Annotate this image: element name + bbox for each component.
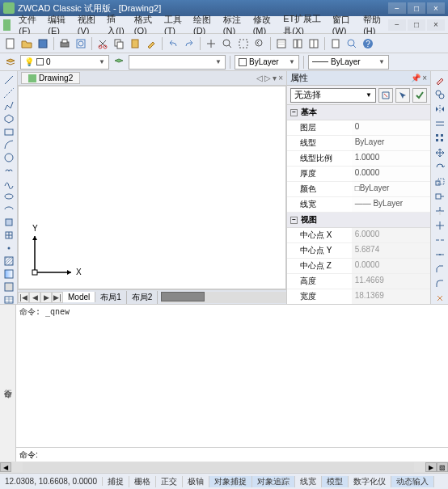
property-row[interactable]: 中心点 X6.0000 [287, 228, 430, 243]
erase-tool[interactable] [433, 74, 446, 86]
status-model[interactable]: 模型 [322, 476, 349, 487]
polygon-tool[interactable] [2, 113, 15, 124]
ellipse-tool[interactable] [2, 191, 15, 202]
doc-close-button[interactable]: × [427, 19, 445, 31]
coordinates-display[interactable]: 12.0308, 10.6608, 0.0000 [0, 477, 103, 486]
matchprop-button[interactable] [144, 36, 158, 51]
polyline-tool[interactable] [2, 100, 15, 112]
scale-tool[interactable] [433, 176, 446, 188]
property-row[interactable]: 中心点 Z0.0000 [287, 259, 430, 274]
select-objects-button[interactable] [395, 88, 410, 103]
help-button[interactable]: ? [361, 36, 375, 51]
break-tool[interactable] [433, 234, 446, 246]
selection-combo[interactable]: 无选择 ▼ [290, 88, 376, 103]
preview-button[interactable] [74, 36, 88, 51]
toggle-pickadd-button[interactable] [412, 88, 427, 103]
pin-icon[interactable]: 📌 [411, 74, 421, 82]
circle-tool[interactable] [2, 152, 15, 163]
cut-button[interactable] [95, 36, 110, 51]
pan-button[interactable] [204, 36, 218, 51]
layer-combo[interactable]: 💡 0 ▼ [20, 55, 109, 70]
undo-button[interactable] [166, 36, 180, 51]
trim-tool[interactable] [433, 205, 446, 217]
property-value[interactable]: 0 [352, 120, 430, 135]
doc-minimize-button[interactable]: − [388, 19, 406, 31]
tab-nav-prev[interactable]: ◀ [29, 292, 40, 303]
copy-button[interactable] [112, 36, 126, 51]
command-scrollbar[interactable]: ◀ ▶ ▨ [0, 462, 448, 473]
scroll-left-button[interactable]: ◀ [0, 462, 11, 472]
status-grid[interactable]: 栅格 [129, 476, 156, 487]
close-button[interactable]: × [427, 2, 445, 14]
property-row[interactable]: 宽度18.1369 [287, 289, 430, 304]
property-row[interactable]: 颜色□ByLayer [287, 182, 430, 197]
point-tool[interactable] [2, 242, 15, 254]
linetype-combo[interactable]: ByLayer ▼ [308, 55, 389, 70]
tab-layout2[interactable]: 布局2 [127, 291, 158, 304]
insert-block-tool[interactable] [2, 217, 15, 228]
status-otrack[interactable]: 对象追踪 [252, 476, 295, 487]
status-ortho[interactable]: 正交 [156, 476, 183, 487]
stretch-tool[interactable] [433, 191, 446, 202]
fillet-tool[interactable] [433, 278, 446, 289]
zoom-button[interactable] [220, 36, 235, 51]
maximize-button[interactable]: □ [408, 2, 425, 14]
construction-line-tool[interactable] [2, 87, 15, 99]
property-value[interactable]: □ByLayer [352, 182, 430, 196]
tab-next-icon[interactable]: ▷ [264, 74, 271, 82]
property-row[interactable]: 线宽—— ByLayer [287, 197, 430, 213]
region-tool[interactable] [2, 281, 15, 293]
tab-layout1[interactable]: 布局1 [95, 291, 127, 304]
offset-tool[interactable] [433, 118, 446, 129]
tab-model[interactable]: Model [63, 292, 95, 302]
document-tab[interactable]: Drawing2 [21, 72, 80, 84]
join-tool[interactable] [433, 249, 446, 260]
status-tablet[interactable]: 数字化仪 [349, 476, 391, 487]
zoom-window-button[interactable] [236, 36, 251, 51]
open-button[interactable] [19, 36, 34, 51]
ellipse-arc-tool[interactable] [2, 204, 15, 215]
property-group-header[interactable]: −基本 [287, 105, 430, 120]
paste-button[interactable] [128, 36, 142, 51]
status-lweight[interactable]: 线宽 [295, 476, 322, 487]
save-button[interactable] [36, 36, 50, 51]
property-row[interactable]: 线型比例1.0000 [287, 151, 430, 167]
property-value[interactable]: 1.0000 [352, 151, 430, 166]
minimize-button[interactable]: − [388, 2, 406, 14]
new-button[interactable] [3, 36, 18, 51]
line-tool[interactable] [2, 74, 15, 86]
calc-button[interactable] [328, 36, 343, 51]
status-dyn[interactable]: 动态输入 [391, 476, 434, 487]
status-polar[interactable]: 极轴 [183, 476, 209, 487]
property-value[interactable]: ByLayer [352, 136, 430, 150]
status-snap[interactable]: 捕捉 [103, 476, 129, 487]
property-group-header[interactable]: −视图 [287, 213, 430, 228]
properties-button[interactable] [274, 36, 289, 51]
command-input[interactable]: 命令: [16, 447, 448, 462]
status-osnap[interactable]: 对象捕捉 [209, 476, 252, 487]
design-center-button[interactable] [290, 36, 305, 51]
color-combo[interactable]: ByLayer ▼ [235, 55, 299, 70]
tab-nav-next[interactable]: ▶ [40, 292, 52, 303]
spline-tool[interactable] [2, 178, 15, 189]
property-row[interactable]: 厚度0.0000 [287, 167, 430, 182]
mirror-tool[interactable] [433, 103, 446, 115]
property-row[interactable]: 图层0 [287, 120, 430, 136]
drawing-canvas[interactable]: X Y [18, 86, 286, 289]
panel-close-icon[interactable]: × [422, 74, 427, 82]
property-row[interactable]: 中心点 Y5.6874 [287, 243, 430, 259]
rectangle-tool[interactable] [2, 126, 15, 137]
layer-manager-button[interactable] [3, 55, 18, 70]
tab-nav-last[interactable]: ▶| [52, 292, 63, 303]
revision-cloud-tool[interactable] [2, 165, 15, 176]
array-tool[interactable] [433, 133, 446, 144]
quick-select-button[interactable] [378, 88, 393, 103]
property-row[interactable]: 高度11.4669 [287, 274, 430, 289]
tab-nav-first[interactable]: |◀ [18, 292, 29, 303]
hatch-tool[interactable] [2, 255, 15, 267]
property-value[interactable]: —— ByLayer [352, 197, 430, 212]
horizontal-scrollbar[interactable] [161, 292, 286, 303]
zoom-prev-button[interactable] [252, 36, 267, 51]
layer-prev-button[interactable] [112, 55, 126, 70]
copy-tool[interactable] [433, 89, 446, 100]
